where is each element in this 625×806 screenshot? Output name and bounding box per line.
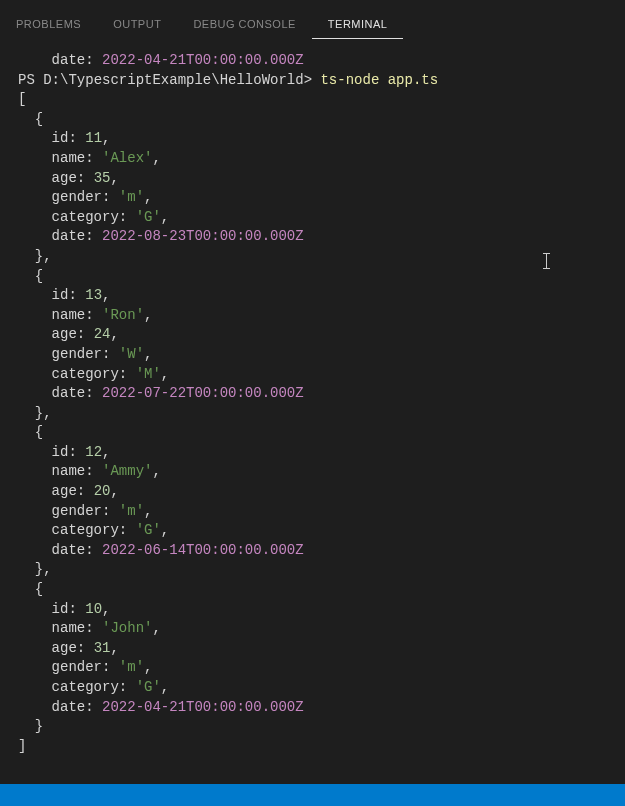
object-row: date: 2022-04-21T00:00:00.000Z (18, 698, 607, 718)
tab-output[interactable]: OUTPUT (97, 10, 177, 39)
object-open: { (18, 110, 607, 130)
object-close: }, (18, 404, 607, 424)
object-row: id: 13, (18, 286, 607, 306)
output-line: date: 2022-04-21T00:00:00.000Z (18, 51, 607, 71)
object-row: name: 'Ammy', (18, 462, 607, 482)
object-row: category: 'G', (18, 208, 607, 228)
tab-terminal[interactable]: TERMINAL (312, 10, 404, 39)
object-open: { (18, 580, 607, 600)
terminal-output[interactable]: date: 2022-04-21T00:00:00.000Z PS D:\Typ… (0, 39, 625, 768)
prompt-line: PS D:\TypescriptExample\HelloWorld> ts-n… (18, 71, 607, 91)
object-row: age: 20, (18, 482, 607, 502)
object-row: name: 'Ron', (18, 306, 607, 326)
object-row: id: 10, (18, 600, 607, 620)
prompt-path: D:\TypescriptExample\HelloWorld> (43, 72, 312, 88)
panel-tabs: PROBLEMS OUTPUT DEBUG CONSOLE TERMINAL (0, 0, 625, 39)
prompt-command: ts-node app.ts (320, 72, 438, 88)
prompt-prefix: PS (18, 72, 43, 88)
object-close: }, (18, 247, 607, 267)
object-row: category: 'G', (18, 678, 607, 698)
object-row: category: 'M', (18, 365, 607, 385)
object-row: category: 'G', (18, 521, 607, 541)
object-row: age: 31, (18, 639, 607, 659)
object-row: gender: 'm', (18, 658, 607, 678)
object-row: gender: 'm', (18, 188, 607, 208)
object-open: { (18, 423, 607, 443)
object-row: gender: 'm', (18, 502, 607, 522)
array-close: ] (18, 737, 607, 757)
object-row: age: 24, (18, 325, 607, 345)
object-row: name: 'Alex', (18, 149, 607, 169)
object-row: id: 12, (18, 443, 607, 463)
object-row: gender: 'W', (18, 345, 607, 365)
array-open: [ (18, 90, 607, 110)
object-open: { (18, 267, 607, 287)
value-date: 2022-04-21T00:00:00.000Z (102, 52, 304, 68)
object-row: date: 2022-08-23T00:00:00.000Z (18, 227, 607, 247)
object-row: date: 2022-06-14T00:00:00.000Z (18, 541, 607, 561)
status-bar[interactable] (0, 784, 625, 806)
object-row: age: 35, (18, 169, 607, 189)
key-date: date (52, 52, 86, 68)
object-row: name: 'John', (18, 619, 607, 639)
tab-debug-console[interactable]: DEBUG CONSOLE (177, 10, 311, 39)
object-row: date: 2022-07-22T00:00:00.000Z (18, 384, 607, 404)
object-row: id: 11, (18, 129, 607, 149)
object-close: } (18, 717, 607, 737)
tab-problems[interactable]: PROBLEMS (0, 10, 97, 39)
object-close: }, (18, 560, 607, 580)
